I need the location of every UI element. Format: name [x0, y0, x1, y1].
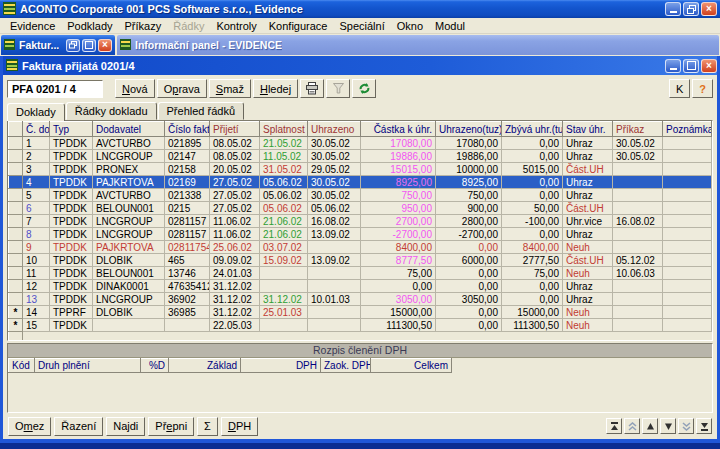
cell-stav[interactable]: Část.UH	[563, 254, 613, 267]
cell-tuz[interactable]: 2800,00	[436, 215, 502, 228]
cell-pozn[interactable]	[663, 215, 712, 228]
bottom-button[interactable]: Omez	[8, 417, 51, 436]
cell-uhr[interactable]	[308, 241, 361, 254]
bottom-button[interactable]: Σ	[197, 417, 218, 436]
print-button[interactable]	[300, 79, 324, 98]
cell-spl[interactable]: 15.09.02	[260, 254, 308, 267]
cell-dod[interactable]: LNCGROUP	[93, 215, 165, 228]
cell-dod[interactable]: LNCGROUP	[93, 293, 165, 306]
cell-typ[interactable]: TPPRF	[50, 306, 93, 319]
dph-column-header[interactable]: %D	[141, 359, 169, 373]
cell-spl[interactable]	[260, 319, 308, 332]
cell-cislo[interactable]: 0281157	[165, 228, 210, 241]
cell-uhr[interactable]	[308, 306, 361, 319]
cell-uhr[interactable]: 16.08.02	[308, 215, 361, 228]
row-selector[interactable]	[9, 137, 23, 150]
menu-item[interactable]: Kontroly	[210, 19, 262, 33]
cell-spl[interactable]: 21.06.02	[260, 215, 308, 228]
toolbar-button[interactable]: Nová	[115, 79, 155, 98]
cell-dod[interactable]: PRONEX	[93, 163, 165, 176]
dph-column-header[interactable]: DPH	[241, 359, 321, 373]
cell-num[interactable]: 14	[23, 306, 50, 319]
cell-castka[interactable]: 0,00	[361, 280, 436, 293]
table-row[interactable]: *14TPPRFDLOBIK3698531.12.0225.01.0315000…	[9, 306, 714, 319]
cell-tuz[interactable]: 10000,00	[436, 163, 502, 176]
cell-cislo[interactable]	[165, 319, 210, 332]
cell-prij[interactable]: 20.05.02	[210, 163, 260, 176]
menu-item[interactable]: Příkazy	[119, 19, 168, 33]
cell-typ[interactable]: TPDDK	[50, 202, 93, 215]
toolbar-button[interactable]: Hledej	[253, 79, 298, 98]
column-header[interactable]: Stav úhr.	[563, 122, 613, 137]
k-button[interactable]: K	[669, 79, 690, 98]
column-header[interactable]: Uhrazeno(tuz)	[436, 122, 502, 137]
cell-dod[interactable]: LNCGROUP	[93, 150, 165, 163]
row-selector[interactable]	[9, 163, 23, 176]
table-row[interactable]: 4TPDDKPAJKRTOVA0216927.05.0205.06.0230.0…	[9, 176, 714, 189]
cell-stav[interactable]: Uhraz	[563, 137, 613, 150]
cell-uhr[interactable]: 05.06.02	[308, 202, 361, 215]
row-selector[interactable]	[9, 332, 23, 342]
cell-prij[interactable]: 31.12.02	[210, 306, 260, 319]
cell-zbyva[interactable]: 15000,00	[502, 306, 563, 319]
bottom-button[interactable]: Najdi	[106, 417, 145, 436]
row-selector[interactable]: *	[9, 319, 23, 332]
cell-zbyva[interactable]: 111300,50	[502, 319, 563, 332]
cell-spl[interactable]: 03.07.02	[260, 241, 308, 254]
tab[interactable]: Doklady	[7, 103, 65, 121]
cell-stav[interactable]: Neuh	[563, 241, 613, 254]
cell-typ[interactable]: TPDDK	[50, 137, 93, 150]
cell-uhr[interactable]	[308, 280, 361, 293]
cell-cislo[interactable]: 02811754	[165, 241, 210, 254]
column-header[interactable]: Poznámka	[663, 122, 712, 137]
cell-typ[interactable]: TPDDK	[50, 215, 93, 228]
cell-typ[interactable]: TPDDK	[50, 254, 93, 267]
table-row[interactable]: 8TPDDKLNCGROUP028115711.06.0221.06.0213.…	[9, 228, 714, 241]
cell-cislo[interactable]: 02158	[165, 163, 210, 176]
column-header[interactable]: Částka k úhr.	[361, 122, 436, 137]
menu-item[interactable]: Speciální	[333, 19, 390, 33]
cell-typ[interactable]: TPDDK	[50, 150, 93, 163]
cell-castka[interactable]: 2700,00	[361, 215, 436, 228]
cell-num[interactable]: 6	[23, 202, 50, 215]
table-row[interactable]: 6TPDDKBELOUN001021527.05.0205.06.0205.06…	[9, 202, 714, 215]
close-button[interactable]: ×	[701, 2, 717, 16]
cell-prikaz[interactable]: 30.05.02	[613, 150, 663, 163]
dph-column-header[interactable]: Celkem	[371, 359, 452, 373]
cell-zbyva[interactable]: 0,00	[502, 176, 563, 189]
table-row[interactable]: 7TPDDKLNCGROUP028115711.06.0221.06.0216.…	[9, 215, 714, 228]
cell-stav[interactable]: Uhraz	[563, 176, 613, 189]
cell-prij[interactable]: 31.12.02	[210, 293, 260, 306]
menu-item[interactable]: Okno	[391, 19, 429, 33]
cell-spl[interactable]: 21.05.02	[260, 137, 308, 150]
cell-cislo[interactable]: 0281157	[165, 215, 210, 228]
cell-uhr[interactable]	[308, 267, 361, 280]
table-row[interactable]: 12TPDDKDINAK000147635412331.12.020,000,0…	[9, 280, 714, 293]
row-selector[interactable]	[9, 293, 23, 306]
cell-num[interactable]: 12	[23, 280, 50, 293]
page-up-button[interactable]	[624, 418, 640, 434]
cell-pozn[interactable]	[663, 176, 712, 189]
column-header[interactable]: Číslo faktury	[165, 122, 210, 137]
cell-spl[interactable]: 05.06.02	[260, 189, 308, 202]
cell-num[interactable]: 10	[23, 254, 50, 267]
cell-tuz[interactable]: 19886,00	[436, 150, 502, 163]
row-selector[interactable]	[9, 241, 23, 254]
cell-tuz[interactable]: 0,00	[436, 267, 502, 280]
cell-uhr[interactable]: 13.09.02	[308, 254, 361, 267]
cell-castka[interactable]: 15015,00	[361, 163, 436, 176]
cell-pozn[interactable]	[663, 267, 712, 280]
refresh-button[interactable]	[352, 79, 376, 98]
mdi-child-faktura[interactable]: Faktur... ×	[1, 35, 115, 55]
row-selector[interactable]	[9, 150, 23, 163]
page-down-button[interactable]	[678, 418, 694, 434]
cell-typ[interactable]: TPDDK	[50, 176, 93, 189]
cell-uhr[interactable]: 30.05.02	[308, 137, 361, 150]
cell-cislo[interactable]: 0215	[165, 202, 210, 215]
cell-pozn[interactable]	[663, 202, 712, 215]
tab[interactable]: Řádky dokladu	[66, 102, 157, 120]
menu-item[interactable]: Řádky	[167, 19, 210, 33]
cell-prij[interactable]: 08.05.02	[210, 150, 260, 163]
cell-pozn[interactable]	[663, 163, 712, 176]
tab[interactable]: Přehled řádků	[158, 102, 245, 120]
